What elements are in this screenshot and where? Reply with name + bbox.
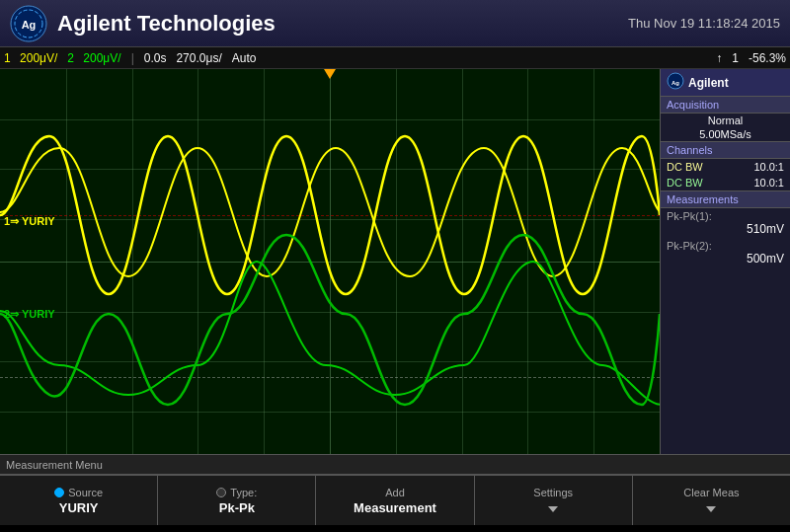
add-meas-button-top: Add (385, 487, 405, 498)
ch1-ratio-value: 10.0:1 (753, 161, 784, 173)
panel-brand-header: Ag Agilent (661, 69, 790, 96)
add-meas-bottom-label: Measurement (354, 500, 436, 515)
meas2-value: 500mV (661, 252, 790, 267)
settings-button[interactable]: Settings (475, 476, 633, 525)
app-title: Agilent Technologies (57, 11, 628, 37)
bottom-buttons-bar: Source YURIY Type: Pk-Pk Add Measurement… (0, 474, 790, 525)
measurements-section-title: Measurements (661, 190, 790, 208)
panel-logo: Ag (667, 72, 684, 93)
ch2-name: YURIY (22, 308, 55, 320)
settings-arrow (548, 500, 558, 515)
source-radio (54, 488, 64, 497)
ch2-ratio-value: 10.0:1 (753, 177, 784, 189)
ch1-label: 1⇒ YURIY (4, 215, 55, 228)
acquisition-mode: Normal (661, 114, 790, 127)
header: Ag Agilent Technologies Thu Nov 19 11:18… (0, 0, 790, 47)
acquisition-section-title: Acquisition (661, 96, 790, 114)
settings-button-top: Settings (533, 487, 573, 498)
mode-indicator: Auto (232, 51, 257, 65)
ch2-arrow: 2⇒ (4, 308, 19, 320)
source-value: YURIY (59, 500, 99, 515)
trigger-value: -56.3% (749, 51, 786, 65)
clear-meas-button-top: Clear Meas (683, 487, 739, 498)
acquisition-rate: 5.00MSa/s (661, 127, 790, 141)
type-value: Pk-Pk (219, 500, 255, 515)
settings-arrow-icon (548, 506, 558, 512)
clear-meas-button[interactable]: Clear Meas (633, 476, 790, 525)
ch2-panel-row: DC BW 10.0:1 (661, 175, 790, 190)
ch1-bw-label: DC BW (667, 161, 703, 173)
type-radio (216, 488, 226, 497)
ch1-arrow: 1⇒ (4, 215, 19, 227)
clear-meas-top-label: Clear Meas (683, 487, 739, 498)
settings-top-label: Settings (533, 487, 573, 498)
source-button[interactable]: Source YURIY (0, 476, 158, 525)
datetime-display: Thu Nov 19 11:18:24 2015 (628, 16, 780, 31)
trigger-ch: 1 (732, 51, 739, 65)
ch2-label: 2⇒ YURIY (4, 308, 55, 321)
clear-meas-arrow-icon (706, 506, 716, 512)
channels-section-title: Channels (661, 141, 790, 159)
panel-brand-name: Agilent (688, 76, 729, 90)
meas2-label: Pk-Pk(2): (661, 238, 790, 252)
ch1-panel-row: DC BW 10.0:1 (661, 159, 790, 175)
time-ref-indicator: 270.0μs/ (176, 51, 221, 65)
ch2-scale-indicator: 2 200μV/ (67, 51, 120, 65)
clear-meas-arrow (706, 500, 716, 515)
type-button-top: Type: (216, 487, 257, 498)
trigger-icon: ↑ (716, 51, 722, 65)
add-meas-top-label: Add (385, 487, 405, 498)
meas1-value: 510mV (661, 222, 790, 238)
waveform-display (0, 69, 660, 454)
toolbar: 1 200μV/ 2 200μV/ | 0.0s 270.0μs/ Auto ↑… (0, 47, 790, 69)
source-top-label: Source (68, 487, 103, 498)
add-measurement-button[interactable]: Add Measurement (316, 476, 474, 525)
meas-menu-label: Measurement Menu (6, 459, 103, 471)
type-button[interactable]: Type: Pk-Pk (158, 476, 316, 525)
type-top-label: Type: (230, 487, 257, 498)
measurement-menu-bar: Measurement Menu (0, 454, 790, 474)
oscilloscope-screen: 1⇒ YURIY 2⇒ YURIY (0, 69, 660, 454)
agilent-logo: Ag (10, 5, 47, 42)
meas1-label: Pk-Pk(1): (661, 208, 790, 222)
ch1-name: YURIY (22, 215, 55, 227)
main-area: 1⇒ YURIY 2⇒ YURIY Ag Agilent Acquisition… (0, 69, 790, 454)
right-panel: Ag Agilent Acquisition Normal 5.00MSa/s … (660, 69, 790, 454)
ch1-scale-indicator: 1 200μV/ (4, 51, 57, 65)
svg-text:Ag: Ag (672, 80, 679, 86)
ch2-bw-label: DC BW (667, 177, 703, 189)
time-div-indicator: 0.0s (144, 51, 167, 65)
svg-text:Ag: Ag (22, 19, 37, 31)
source-button-top: Source (54, 487, 103, 498)
